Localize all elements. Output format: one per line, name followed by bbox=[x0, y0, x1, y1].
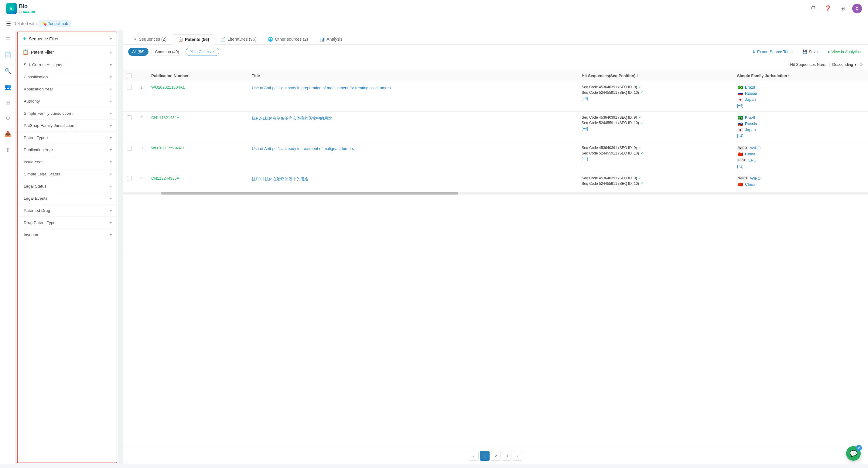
pub-number-link[interactable]: WO2020211804A1 bbox=[151, 85, 185, 90]
jurisdiction-link[interactable]: China bbox=[745, 182, 755, 187]
page-2[interactable]: 2 bbox=[491, 451, 500, 461]
title-link[interactable]: 抗PD-1抗体在制备治疗实体瘤的药物中的用途 bbox=[252, 116, 332, 121]
filter-item-legal-status[interactable]: Legal Status ▾ bbox=[18, 180, 117, 192]
title-link[interactable]: Use of Anti-pd-1 antibody in treatment o… bbox=[252, 146, 354, 151]
jurisdiction-link[interactable]: Japan bbox=[745, 97, 756, 102]
jurisdiction-link[interactable]: China bbox=[745, 152, 755, 156]
grid-icon[interactable]: ⊞ bbox=[838, 4, 847, 13]
jurisdiction-link[interactable]: Brazil bbox=[745, 85, 755, 90]
pub-number-link[interactable]: WO2021155840A1 bbox=[151, 146, 185, 150]
filter-item-drug-patent-type[interactable]: Drug Patent Type ▾ bbox=[18, 216, 117, 229]
analytics-button[interactable]: ● View in Analytics bbox=[825, 48, 863, 56]
filter-item-application-year[interactable]: Application Year ▾ bbox=[18, 83, 117, 95]
filter-item-chevron: ▾ bbox=[110, 75, 112, 79]
jur-more-link[interactable]: [+1] bbox=[737, 164, 743, 168]
nav-icon-search[interactable]: 🔍 bbox=[2, 66, 13, 76]
avatar[interactable]: C bbox=[852, 4, 862, 13]
title-cell: 抗PD-1抗体在治疗肿瘤中的用途 bbox=[248, 172, 578, 192]
filter-item-authority[interactable]: Authority ▾ bbox=[18, 95, 117, 107]
pub-number-link[interactable]: CN111821434A bbox=[151, 115, 180, 120]
jur-more-link[interactable]: [+4] bbox=[737, 103, 743, 108]
page-next[interactable]: › bbox=[513, 451, 522, 461]
filter-panel: ✦ Sequence Filter ▾ 📋 Patent Filter ▴ St… bbox=[17, 32, 117, 463]
tab-patents[interactable]: 📋 Patents (56) bbox=[173, 34, 214, 45]
sort-select[interactable]: Descending ▾ bbox=[832, 62, 857, 67]
settings-icon[interactable]: ⚙ bbox=[859, 62, 863, 67]
filter-item-chevron: ▾ bbox=[110, 148, 112, 152]
filter-item-simple-family-jurisdiction[interactable]: Simple Family Jurisdiction ℹ ▾ bbox=[18, 107, 117, 119]
pub-number-link[interactable]: CN113244386A bbox=[151, 176, 180, 180]
filter-item-patsnap-family-jurisdiction[interactable]: PatSnap Family Jurisdiction ℹ ▾ bbox=[18, 119, 117, 131]
page-3[interactable]: 3 bbox=[502, 451, 512, 461]
nav-icon-inbox[interactable]: 📥 bbox=[2, 129, 13, 140]
page-1[interactable]: 1 bbox=[480, 451, 490, 461]
filter-item-std.-current-assignee[interactable]: Std. Current Assignee ▾ bbox=[18, 59, 117, 71]
scrollbar-thumb[interactable] bbox=[161, 192, 459, 195]
filter-item-issue-year[interactable]: Issue Year ▾ bbox=[18, 156, 117, 168]
menu-icon[interactable]: ☰ bbox=[6, 20, 11, 27]
tab-analysis[interactable]: 📊 Analysis bbox=[314, 34, 347, 44]
timer-icon[interactable]: ⏱ bbox=[808, 4, 818, 13]
nav-icon-home[interactable]: ☰ bbox=[2, 34, 13, 45]
seq-more-link[interactable]: [+4] bbox=[582, 96, 588, 100]
jurisdiction-link[interactable]: EPO bbox=[748, 158, 756, 162]
resize-handle[interactable]: ⋮ bbox=[119, 30, 123, 464]
row-checkbox[interactable] bbox=[127, 115, 132, 120]
tab-other_sources[interactable]: 🌐 Other sources (2) bbox=[263, 34, 313, 44]
sequence-filter-header[interactable]: ✦ Sequence Filter ▾ bbox=[18, 32, 117, 45]
filter-all[interactable]: All (56) bbox=[128, 48, 149, 56]
row-checkbox[interactable] bbox=[127, 85, 132, 90]
save-button[interactable]: 💾 Save bbox=[800, 48, 820, 56]
breadcrumb-tag[interactable]: 💊 Toripalimab bbox=[39, 20, 71, 27]
row-checkbox[interactable] bbox=[127, 146, 132, 151]
hit-seq-info-icon[interactable]: ℹ bbox=[637, 74, 638, 78]
jurisdiction-link[interactable]: Brazil bbox=[745, 115, 755, 120]
seq-more-link[interactable]: [+1] bbox=[582, 157, 588, 161]
tab-sequences[interactable]: ✦ Sequences (2) bbox=[128, 34, 172, 44]
title-link[interactable]: 抗PD-1抗体在治疗肿瘤中的用途 bbox=[252, 177, 308, 181]
jurisdiction-link[interactable]: WIPO bbox=[750, 176, 761, 180]
filter-common[interactable]: Common (40) bbox=[151, 48, 183, 56]
filter-item-simple-legal-status[interactable]: Simple Legal Status ℹ ▾ bbox=[18, 168, 117, 180]
nav-icon-doc[interactable]: 📄 bbox=[2, 50, 13, 61]
filter-item-patented-drug[interactable]: Patented Drug ▾ bbox=[18, 204, 117, 216]
float-chat-button[interactable]: 2 💬 bbox=[846, 446, 861, 461]
filter-item-publication-year[interactable]: Publication Year ▾ bbox=[18, 143, 117, 156]
tab-sequences-icon: ✦ bbox=[133, 37, 137, 41]
filter-item-chevron: ▾ bbox=[110, 184, 112, 189]
pub-number-cell: CN113244386A bbox=[148, 172, 248, 192]
patent-filter-icon: 📋 bbox=[23, 49, 29, 55]
nav-icon-grid[interactable]: ⊞ bbox=[2, 97, 13, 108]
nav-icon-upload[interactable]: ⬆ bbox=[2, 144, 13, 156]
patent-filter-header[interactable]: 📋 Patent Filter ▴ bbox=[18, 45, 117, 59]
select-all-checkbox[interactable] bbox=[127, 73, 132, 78]
page-prev[interactable]: ‹ bbox=[469, 451, 478, 461]
tag-icon: 💊 bbox=[42, 22, 47, 26]
jur-more-link[interactable]: [+4] bbox=[737, 134, 743, 138]
seq-more-link[interactable]: [+4] bbox=[582, 127, 588, 131]
tab-patents-label: Patents (56) bbox=[185, 37, 209, 42]
seq-code: Seq Code 453640391 (SEQ ID. 9) bbox=[582, 176, 637, 180]
tab-literatures[interactable]: 📄 Literatures (96) bbox=[215, 34, 261, 44]
export-button[interactable]: ⬇ Export Source Table bbox=[750, 48, 795, 56]
jurisdiction-link[interactable]: Japan bbox=[745, 128, 756, 132]
jurisdiction-link[interactable]: Russia bbox=[745, 122, 757, 126]
help-icon[interactable]: ❓ bbox=[823, 4, 833, 13]
jurisdiction-info-icon[interactable]: ℹ bbox=[788, 74, 789, 78]
pagination: ‹ 1 2 3 › bbox=[123, 447, 868, 464]
title-link[interactable]: Use of Anti-pd-1 antibody in preparation… bbox=[252, 86, 391, 90]
nav-icon-filter[interactable]: ⚙ bbox=[2, 113, 13, 124]
filter-item-classification[interactable]: Classification ▾ bbox=[18, 71, 117, 83]
horizontal-scrollbar[interactable] bbox=[123, 192, 868, 195]
table-row: 1 WO2020211804A1 Use of Anti-pd-1 antibo… bbox=[123, 81, 868, 112]
filter-item-legal-events[interactable]: Legal Events ▾ bbox=[18, 192, 117, 204]
filter-item-inventor[interactable]: Inventor ▾ bbox=[18, 229, 117, 241]
row-checkbox[interactable] bbox=[127, 176, 132, 181]
jurisdiction-link[interactable]: Russia bbox=[745, 91, 757, 96]
nav-icon-users[interactable]: 👥 bbox=[2, 81, 13, 92]
jurisdiction-link[interactable]: WIPO bbox=[750, 146, 761, 150]
filter-item-patent-type[interactable]: Patent Type ℹ ▾ bbox=[18, 131, 117, 143]
main-content: ✦ Sequences (2) 📋 Patents (56) 📄 Literat… bbox=[123, 30, 868, 464]
sequence-filter-chevron: ▾ bbox=[110, 37, 112, 41]
filter-in-claims[interactable]: ☑ In Claims ✓ bbox=[186, 48, 219, 56]
